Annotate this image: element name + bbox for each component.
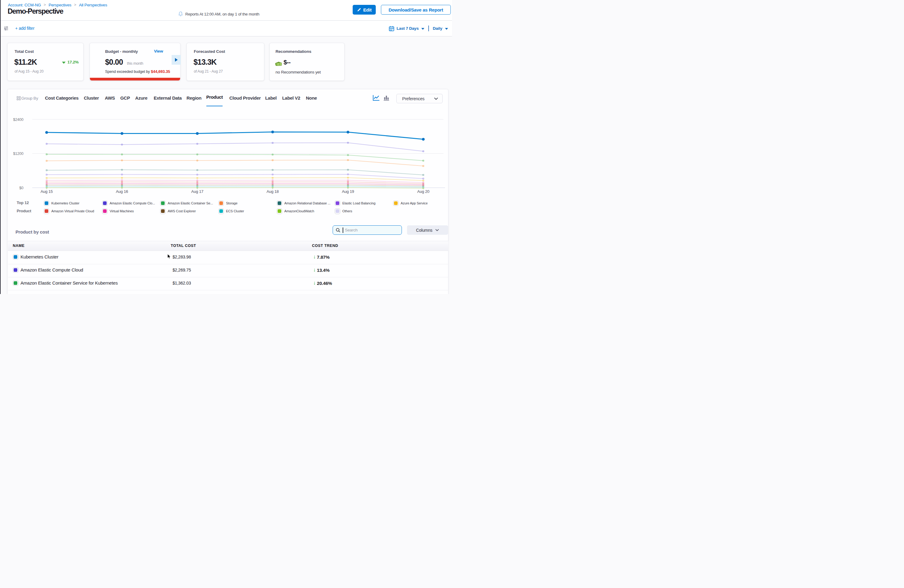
svg-text:Aug 18: Aug 18 bbox=[266, 189, 278, 194]
svg-text:$1200: $1200 bbox=[13, 152, 24, 156]
svg-text:$0: $0 bbox=[19, 186, 24, 190]
svg-text:Aug 20: Aug 20 bbox=[417, 189, 429, 194]
svg-text:Aug 16: Aug 16 bbox=[116, 189, 128, 194]
svg-text:Aug 19: Aug 19 bbox=[342, 189, 354, 194]
svg-text:Aug 15: Aug 15 bbox=[40, 189, 52, 194]
svg-text:$2400: $2400 bbox=[13, 117, 24, 122]
svg-text:Aug 17: Aug 17 bbox=[191, 189, 203, 194]
